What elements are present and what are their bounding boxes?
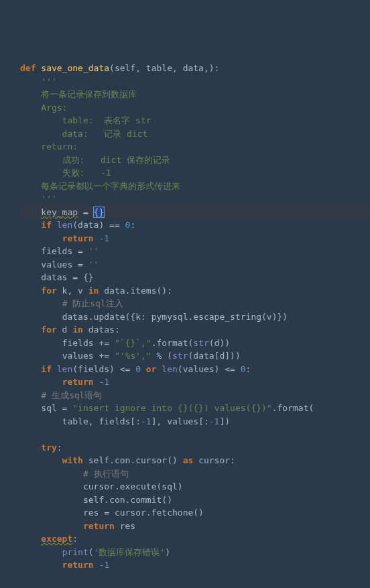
kw-as: as: [183, 455, 194, 465]
num: 0: [135, 364, 141, 374]
num-zero: 0: [125, 220, 131, 230]
expr: (fields) <=: [72, 364, 135, 374]
comment: # 生成sql语句: [41, 390, 102, 400]
args: ]): [219, 416, 230, 426]
var-values: values =: [41, 259, 88, 270]
builtin-len: len: [162, 364, 177, 374]
builtin-len: len: [57, 220, 72, 230]
kw-return: return: [62, 560, 94, 570]
docstring-line: 将一条记录保存到数据库: [41, 89, 137, 99]
kw-return: return: [62, 233, 94, 243]
args: table, fields[:: [62, 416, 141, 426]
str: '数据库保存错误': [94, 547, 166, 557]
str-empty: '': [88, 246, 99, 256]
var-fields: fields =: [41, 246, 88, 256]
expr: data.items():: [99, 286, 172, 296]
str-empty: '': [88, 259, 99, 270]
num-neg1: -1: [94, 377, 109, 387]
str: "insert ignore into {}({}) values({})": [72, 403, 271, 413]
expr: (data) ==: [72, 220, 125, 230]
var-res: res: [115, 521, 135, 531]
comment: # 执行语句: [83, 469, 129, 479]
num: 0: [241, 364, 246, 374]
stmt: cursor.execute(sql): [83, 481, 183, 491]
loop-vars: k, v: [57, 286, 88, 296]
num-neg1: -1: [141, 416, 151, 426]
stmt: values +=: [62, 351, 115, 361]
call: .format(: [151, 338, 194, 348]
str: "`{}`,": [115, 338, 151, 348]
builtin-str: str: [193, 338, 208, 348]
kw-return: return: [62, 377, 94, 387]
expr: (values) <=: [178, 364, 241, 374]
var-cursor: cursor:: [193, 455, 235, 465]
num-neg1: -1: [94, 233, 109, 243]
kw-if: if: [41, 220, 52, 230]
params: (self, table, data,):: [109, 63, 219, 73]
docstring-line: 每条记录都以一个字典的形式传进来: [41, 181, 180, 191]
docstring-line: data: 记录 dict: [41, 129, 147, 139]
kw-return: return: [83, 521, 115, 531]
kw-if: if: [41, 364, 52, 374]
stmt: res = cursor.fetchone(): [83, 508, 204, 518]
docstring-line: 成功: dict 保存的记录: [41, 155, 170, 165]
docstring-line: Args:: [41, 103, 67, 113]
loop-var: d: [57, 325, 72, 335]
args: ], values[:: [151, 416, 209, 426]
caret-braces: {}: [94, 207, 105, 217]
op-eq: =: [78, 207, 93, 217]
stmt: fields +=: [62, 338, 115, 348]
str: "'%s',": [115, 351, 151, 361]
args: (data[d])): [188, 351, 241, 361]
args: (d)): [209, 338, 230, 348]
func-name: save_one_data: [41, 63, 109, 73]
paren: ): [165, 547, 170, 557]
docstring-line: 失败: -1: [41, 168, 111, 178]
var-sql: sql =: [41, 403, 72, 413]
op: % (: [151, 351, 172, 361]
var-keymap: key_map: [41, 207, 78, 217]
builtin-print: print: [62, 547, 88, 557]
kw-def: def: [20, 63, 36, 73]
kw-in: in: [72, 325, 83, 335]
builtin-len: len: [57, 364, 72, 374]
kw-with: with: [62, 455, 83, 465]
comment: # 防止sql注入: [62, 298, 123, 308]
docstring-line: return:: [41, 141, 78, 152]
kw-try: try: [41, 443, 56, 453]
expr: self.con.cursor(): [83, 455, 183, 465]
code-editor[interactable]: def save_one_data(self, table, data,): '…: [20, 62, 370, 572]
kw-in: in: [88, 286, 99, 296]
var-datas: datas = {}: [41, 272, 93, 282]
num-neg1: -1: [209, 416, 220, 426]
expr: datas:: [83, 325, 120, 335]
kw-except: except: [41, 534, 72, 544]
builtin-str: str: [172, 351, 188, 361]
num-neg1: -1: [94, 560, 109, 570]
kw-for: for: [41, 325, 56, 335]
call: .format(: [272, 403, 314, 413]
kw-for: for: [41, 286, 56, 296]
docstring-close: ''': [41, 194, 56, 204]
line: def save_one_data(self, table, data,):: [20, 63, 219, 73]
kw-or: or: [141, 364, 162, 374]
stmt: self.con.commit(): [83, 495, 172, 505]
paren: (: [88, 547, 94, 557]
stmt: datas.update({k: pymysql.escape_string(v…: [62, 312, 288, 322]
docstring-open: ''': [41, 76, 56, 86]
docstring-line: table: 表名字 str: [41, 115, 151, 125]
